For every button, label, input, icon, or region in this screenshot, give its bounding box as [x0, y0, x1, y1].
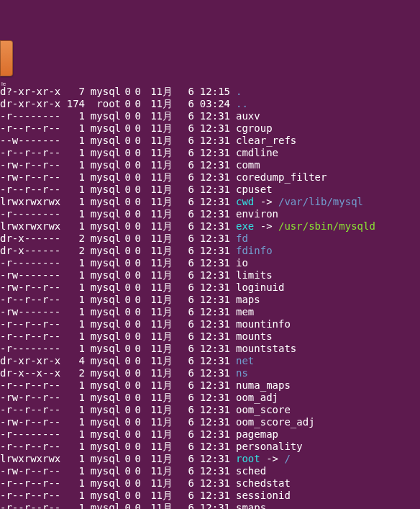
- file-time: 12:31: [194, 122, 230, 135]
- file-owner: mysql: [85, 453, 121, 465]
- terminal-output[interactable]: d?-xr-xr-x7mysql0011月612:15.dr-xr-xr-x17…: [0, 86, 420, 509]
- file-permissions: -rw-r--r--: [0, 281, 60, 294]
- file-link-count: 1: [60, 318, 85, 330]
- file-time: 12:31: [194, 306, 230, 318]
- ls-row: -r--------1mysql0011月612:31mountstats: [0, 343, 420, 355]
- file-day: 6: [173, 196, 194, 208]
- file-time: 12:31: [194, 392, 230, 404]
- file-size: 0: [131, 465, 141, 477]
- file-day: 6: [173, 392, 194, 404]
- file-link-count: 1: [60, 220, 85, 233]
- file-size: 0: [131, 330, 141, 343]
- file-name: fdinfo: [230, 245, 273, 257]
- file-day: 6: [173, 502, 194, 509]
- ls-row: -r--------1mysql0011月612:31environ: [0, 208, 420, 220]
- file-name: oom_adj: [230, 392, 278, 404]
- file-size: 0: [131, 245, 141, 257]
- file-link-count: 1: [60, 343, 85, 355]
- file-size: 0: [131, 404, 141, 416]
- ls-row: -r--r--r--1mysql0011月612:31cgroup: [0, 122, 420, 135]
- file-size: 0: [131, 477, 141, 490]
- file-size: 0: [131, 318, 141, 330]
- file-time: 12:31: [194, 135, 230, 147]
- file-time: 12:31: [194, 490, 230, 502]
- file-group: 0: [121, 355, 131, 367]
- file-owner: root: [85, 98, 121, 110]
- file-permissions: -rw-------: [0, 306, 60, 318]
- file-day: 6: [173, 110, 194, 122]
- file-name: cmdline: [230, 147, 278, 159]
- file-group: 0: [121, 453, 131, 465]
- file-link-count: 1: [60, 257, 85, 269]
- file-time: 12:31: [194, 233, 230, 245]
- file-size: 0: [131, 171, 141, 184]
- file-name: io: [230, 257, 248, 269]
- file-link-count: 1: [60, 453, 85, 465]
- file-name: limits: [230, 269, 273, 281]
- file-owner: mysql: [85, 233, 121, 245]
- file-month: 11月: [141, 281, 173, 294]
- file-size: 0: [131, 110, 141, 122]
- file-month: 11月: [141, 441, 173, 453]
- file-day: 6: [173, 441, 194, 453]
- file-group: 0: [121, 392, 131, 404]
- file-name: sessionid: [230, 490, 291, 502]
- file-month: 11月: [141, 428, 173, 441]
- file-day: 6: [173, 490, 194, 502]
- ls-row: --w-------1mysql0011月612:31clear_refs: [0, 135, 420, 147]
- file-permissions: -r--------: [0, 208, 60, 220]
- file-size: 0: [131, 257, 141, 269]
- file-link-count: 1: [60, 392, 85, 404]
- file-permissions: dr-xr-xr-x: [0, 98, 60, 110]
- file-day: 6: [173, 233, 194, 245]
- file-name: ns: [230, 367, 248, 379]
- file-day: 6: [173, 367, 194, 379]
- file-group: 0: [121, 233, 131, 245]
- file-time: 12:31: [194, 441, 230, 453]
- file-link-count: 2: [60, 245, 85, 257]
- file-time: 12:31: [194, 416, 230, 428]
- file-group: 0: [121, 367, 131, 379]
- file-month: 11月: [141, 416, 173, 428]
- file-link-count: 1: [60, 159, 85, 171]
- file-link-count: 1: [60, 306, 85, 318]
- file-month: 11月: [141, 245, 173, 257]
- file-size: 0: [131, 416, 141, 428]
- file-owner: mysql: [85, 122, 121, 135]
- file-group: 0: [121, 98, 131, 110]
- file-day: 6: [173, 220, 194, 233]
- file-link-count: 1: [60, 502, 85, 509]
- file-name: net: [230, 355, 254, 367]
- file-link-count: 1: [60, 330, 85, 343]
- file-size: 0: [131, 392, 141, 404]
- file-link-count: 1: [60, 269, 85, 281]
- file-link-count: 1: [60, 110, 85, 122]
- file-time: 12:31: [194, 453, 230, 465]
- symlink-target: /: [284, 453, 290, 465]
- launcher-files-icon[interactable]: [0, 40, 13, 76]
- file-time: 03:24: [194, 98, 230, 110]
- file-time: 12:31: [194, 343, 230, 355]
- ls-row: -r--r--r--1mysql0011月612:31smaps: [0, 502, 420, 509]
- file-day: 6: [173, 171, 194, 184]
- file-size: 0: [131, 233, 141, 245]
- file-owner: mysql: [85, 269, 121, 281]
- file-name: smaps: [230, 502, 266, 509]
- file-group: 0: [121, 318, 131, 330]
- file-permissions: -r--r--r--: [0, 184, 60, 196]
- file-owner: mysql: [85, 306, 121, 318]
- file-name: environ: [230, 208, 278, 220]
- file-day: 6: [173, 465, 194, 477]
- file-month: 11月: [141, 404, 173, 416]
- ls-row: -r--r--r--1mysql0011月612:31mountinfo: [0, 318, 420, 330]
- file-name: mem: [230, 306, 254, 318]
- file-size: 0: [131, 86, 141, 98]
- file-time: 12:31: [194, 318, 230, 330]
- file-group: 0: [121, 208, 131, 220]
- file-name: mountstats: [230, 343, 296, 355]
- file-size: 0: [131, 208, 141, 220]
- file-owner: mysql: [85, 441, 121, 453]
- file-day: 6: [173, 86, 194, 98]
- file-size: 0: [131, 269, 141, 281]
- file-owner: mysql: [85, 404, 121, 416]
